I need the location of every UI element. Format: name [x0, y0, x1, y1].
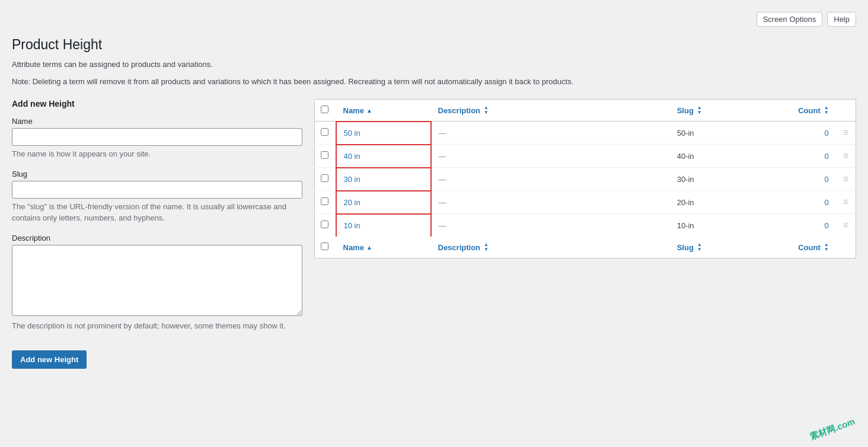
header-actions-col [836, 100, 856, 122]
name-sort-link[interactable]: Name ▲ [343, 106, 372, 115]
select-all-checkbox-bottom[interactable] [321, 242, 328, 250]
name-input[interactable] [12, 128, 302, 146]
table-footer-row: Name ▲ Description ▲▼ Sl [315, 237, 856, 258]
footer-description-sort-icon: ▲▼ [484, 242, 489, 252]
row-menu-icon-1[interactable]: ≡ [843, 127, 848, 138]
table-row: 20 in — 20-in 0 ≡ [315, 191, 856, 214]
row-description-cell: — [431, 168, 670, 191]
description-sort-link[interactable]: Description ▲▼ [438, 106, 489, 115]
right-panel: Name ▲ Description ▲▼ Sl [314, 99, 856, 258]
row-count-cell: 0 [765, 168, 836, 191]
row-count-cell: 0 [765, 214, 836, 237]
row-menu-icon-5[interactable]: ≡ [843, 220, 848, 230]
footer-description-label: Description [438, 243, 481, 252]
row-menu-icon-2[interactable]: ≡ [843, 151, 848, 161]
name-sort-icon: ▲ [366, 107, 372, 114]
help-button[interactable]: Help [827, 12, 856, 27]
add-new-button[interactable]: Add new Height [12, 350, 87, 369]
row-actions-cell[interactable]: ≡ [836, 168, 856, 191]
row-actions-cell[interactable]: ≡ [836, 122, 856, 145]
row-checkbox-1[interactable] [321, 128, 328, 136]
watermark: 素材网.com [808, 416, 857, 443]
footer-slug-col[interactable]: Slug ▲▼ [670, 237, 765, 258]
subtitle: Attribute terms can be assigned to produ… [12, 60, 856, 69]
description-label: Description [12, 234, 302, 242]
row-checkbox-2[interactable] [321, 151, 328, 159]
footer-description-sort-link[interactable]: Description ▲▼ [438, 242, 489, 252]
description-hint: The description is not prominent by defa… [12, 320, 302, 332]
slug-sort-icon: ▲▼ [697, 106, 702, 115]
table-header-row: Name ▲ Description ▲▼ Sl [315, 100, 856, 122]
footer-name-col[interactable]: Name ▲ [336, 237, 431, 258]
row-slug-cell: 30-in [670, 168, 765, 191]
row-checkbox-cell [315, 191, 336, 214]
header-name-col[interactable]: Name ▲ [336, 100, 431, 122]
header-description-col[interactable]: Description ▲▼ [431, 100, 670, 122]
slug-sort-link[interactable]: Slug ▲▼ [677, 106, 702, 115]
table-row: 50 in — 50-in 0 ≡ [315, 122, 856, 145]
header-count-col[interactable]: Count ▲▼ [765, 100, 836, 122]
row-checkbox-3[interactable] [321, 174, 328, 182]
slug-field-group: Slug The "slug" is the URL-friendly vers… [12, 170, 302, 224]
term-name-link-2[interactable]: 40 in [344, 152, 360, 161]
row-actions-cell[interactable]: ≡ [836, 145, 856, 168]
footer-actions-col [836, 237, 856, 258]
name-label: Name [12, 117, 302, 126]
description-textarea[interactable] [12, 245, 302, 316]
header-slug-col[interactable]: Slug ▲▼ [670, 100, 765, 122]
term-name-link-3[interactable]: 30 in [344, 175, 360, 184]
count-sort-link[interactable]: Count ▲▼ [798, 106, 828, 115]
table-row: 10 in — 10-in 0 ≡ [315, 214, 856, 237]
screen-options-button[interactable]: Screen Options [757, 12, 823, 27]
row-name-cell: 10 in [336, 214, 431, 237]
row-description-cell: — [431, 145, 670, 168]
row-slug-cell: 40-in [670, 145, 765, 168]
row-checkbox-cell [315, 214, 336, 237]
row-menu-icon-3[interactable]: ≡ [843, 174, 848, 184]
select-all-checkbox-top[interactable] [321, 106, 328, 113]
footer-count-col[interactable]: Count ▲▼ [765, 237, 836, 258]
row-count-cell: 0 [765, 191, 836, 214]
row-name-cell: 30 in [336, 168, 431, 191]
term-name-link-5[interactable]: 10 in [344, 221, 360, 230]
term-name-link-4[interactable]: 20 in [344, 198, 360, 207]
slug-hint: The "slug" is the URL-friendly version o… [12, 201, 302, 224]
row-actions-cell[interactable]: ≡ [836, 191, 856, 214]
table-row: 30 in — 30-in 0 ≡ [315, 168, 856, 191]
slug-label: Slug [12, 170, 302, 178]
footer-slug-sort-icon: ▲▼ [697, 242, 702, 252]
note: Note: Deleting a term will remove it fro… [12, 76, 856, 88]
row-description-cell: — [431, 122, 670, 145]
name-hint: The name is how it appears on your site. [12, 148, 302, 160]
top-bar: Screen Options Help [12, 12, 856, 27]
count-sort-icon: ▲▼ [824, 106, 829, 115]
row-name-cell: 20 in [336, 191, 431, 214]
term-name-link-1[interactable]: 50 in [344, 129, 360, 138]
description-header-label: Description [438, 106, 481, 115]
footer-count-label: Count [798, 243, 821, 252]
row-description-cell: — [431, 214, 670, 237]
slug-input[interactable] [12, 181, 302, 199]
footer-description-col[interactable]: Description ▲▼ [431, 237, 670, 258]
row-name-cell: 40 in [336, 145, 431, 168]
footer-slug-sort-link[interactable]: Slug ▲▼ [677, 242, 702, 252]
row-menu-icon-4[interactable]: ≡ [843, 197, 848, 207]
footer-name-sort-link[interactable]: Name ▲ [343, 243, 372, 252]
row-checkbox-4[interactable] [321, 197, 328, 205]
row-checkbox-cell [315, 168, 336, 191]
attributes-table: Name ▲ Description ▲▼ Sl [314, 99, 856, 258]
table-row: 40 in — 40-in 0 ≡ [315, 145, 856, 168]
row-actions-cell[interactable]: ≡ [836, 214, 856, 237]
table-body: 50 in — 50-in 0 ≡ 40 in — 40-in 0 ≡ [315, 122, 856, 237]
header-checkbox-col [315, 100, 336, 122]
page-wrapper: Screen Options Help Product Height Attri… [0, 0, 868, 447]
footer-count-sort-link[interactable]: Count ▲▼ [798, 242, 828, 252]
footer-count-sort-icon: ▲▼ [824, 242, 829, 252]
row-checkbox-5[interactable] [321, 221, 328, 228]
description-field-group: Description The description is not promi… [12, 234, 302, 332]
main-content: Add new Height Name The name is how it a… [12, 99, 856, 369]
row-checkbox-cell [315, 145, 336, 168]
row-name-cell: 50 in [336, 122, 431, 145]
row-slug-cell: 20-in [670, 191, 765, 214]
count-header-label: Count [798, 106, 821, 115]
